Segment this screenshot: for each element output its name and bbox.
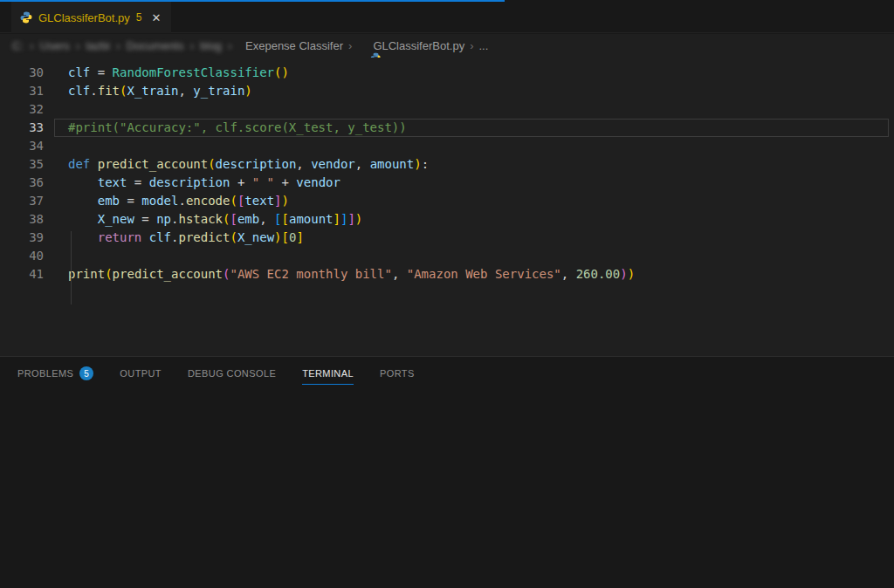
panel-tab-debug-console[interactable]: DEBUG CONSOLE [188,357,276,390]
line-number: 39 [0,229,44,247]
panel-tab-label: OUTPUT [120,368,162,379]
panel-tab-ports[interactable]: PORTS [380,357,415,390]
code-text: text = description + " " + vendor [44,174,340,192]
breadcrumb-folder[interactable]: Exepense Classifer [245,39,343,52]
code-line-38: 38 X_new = np.hstack([emb, [[amount]]]) [0,210,894,229]
code-line-40: 40 [0,247,894,265]
breadcrumb-more[interactable]: ... [478,39,488,52]
close-icon[interactable]: ✕ [151,11,161,24]
line-number: 36 [0,174,44,192]
code-text: emb = model.encode([text]) [44,192,289,210]
code-line-30: 30clf = RandomForestClassifier() [0,64,894,82]
line-number: 40 [0,247,44,265]
line-number: 41 [0,265,44,284]
chevron-right-icon: › [343,39,357,52]
breadcrumb-blurred-path[interactable]: C: › Users › tazbi › Documents › blog › [12,39,231,52]
line-number: 37 [0,192,44,210]
panel-tab-bar: PROBLEMS5OUTPUTDEBUG CONSOLETERMINALPORT… [0,357,894,390]
code-line-31: 31clf.fit(X_train, y_train) [0,82,894,100]
line-number: 30 [0,64,44,82]
code-line-39: 39 return clf.predict(X_new)[0] [0,229,894,247]
code-line-32: 32 [0,100,894,119]
panel-tab-terminal[interactable]: TERMINAL [302,357,354,390]
line-number: 31 [0,82,44,100]
breadcrumb-separator [231,39,245,52]
breadcrumb-file[interactable]: GLClassiferBot.py [373,39,464,52]
tab-filename: GLClassiferBot.py [38,11,130,24]
code-text [44,247,68,265]
code-line-41: 41print(predict_account("AWS EC2 monthly… [0,265,894,284]
line-number: 33 [0,119,44,137]
code-line-33: 33#print("Accuracy:", clf.score(X_test, … [0,119,894,137]
code-text: clf = RandomForestClassifier() [44,64,289,82]
chevron-right-icon: › [464,39,478,52]
panel-tab-label: TERMINAL [302,368,354,379]
indent-guide [71,231,72,304]
panel-tab-problems[interactable]: PROBLEMS5 [17,357,93,390]
window-top-accent [0,0,505,2]
code-text: clf.fit(X_train, y_train) [44,82,252,100]
code-line-34: 34 [0,137,894,155]
code-line-35: 35def predict_account(description, vendo… [0,155,894,174]
panel-tab-label: PROBLEMS [17,368,73,379]
panel-tab-label: PORTS [380,368,415,379]
code-line-37: 37 emb = model.encode([text]) [0,192,894,210]
code-text [44,137,68,155]
python-icon [20,11,32,24]
code-text: return clf.predict(X_new)[0] [44,229,304,247]
line-number: 35 [0,155,44,174]
line-number: 34 [0,137,44,155]
tab-glclassiferbot[interactable]: GLClassiferBot.py 5 ✕ [11,2,171,33]
code-text: X_new = np.hstack([emb, [[amount]]]) [44,210,362,229]
python-icon [360,40,371,51]
panel-tab-output[interactable]: OUTPUT [120,357,162,390]
breadcrumb: C: › Users › tazbi › Documents › blog › … [0,34,894,58]
line-number: 38 [0,210,44,229]
tab-problems-count: 5 [136,11,142,24]
line-number: 32 [0,100,44,119]
problems-count-badge: 5 [79,366,93,380]
panel-tab-label: DEBUG CONSOLE [188,368,276,379]
code-text: print(predict_account("AWS EC2 monthly b… [44,265,635,284]
code-text [44,100,68,119]
code-editor[interactable]: 30clf = RandomForestClassifier()31clf.fi… [0,58,894,356]
code-text: #print("Accuracy:", clf.score(X_test, y_… [44,119,407,137]
editor-tab-bar: GLClassiferBot.py 5 ✕ [0,0,894,33]
code-line-36: 36 text = description + " " + vendor [0,174,894,192]
bottom-panel: PROBLEMS5OUTPUTDEBUG CONSOLETERMINALPORT… [0,356,894,588]
code-text: def predict_account(description, vendor,… [44,155,429,174]
